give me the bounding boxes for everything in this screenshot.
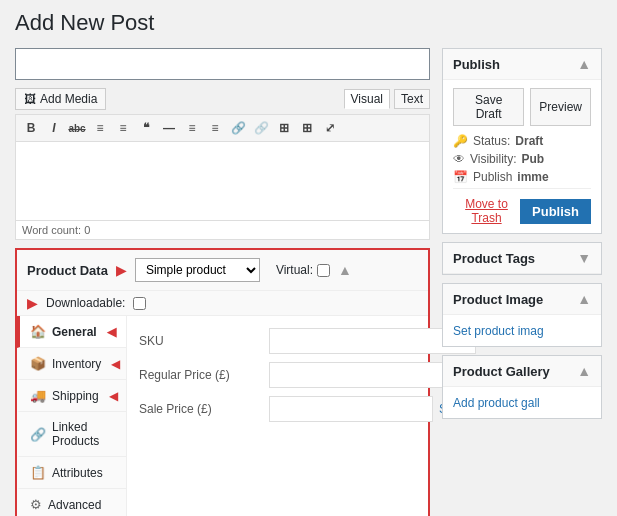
product-data-body: 🏠 General ◀ 📦 Inventory ◀ 🚚 Shipping: [17, 316, 428, 516]
visibility-icon: 👁: [453, 152, 465, 166]
move-to-trash-button[interactable]: Move to Trash: [453, 197, 520, 225]
tab-text[interactable]: Text: [394, 89, 430, 109]
italic-button[interactable]: I: [44, 118, 64, 138]
arrow-shipping: ◀: [109, 389, 118, 403]
inventory-icon: 📦: [30, 356, 46, 371]
unlink-button[interactable]: 🔗: [251, 118, 271, 138]
product-image-box: Product Image ▲ Set product imag: [442, 283, 602, 347]
grid-button[interactable]: ⊞: [297, 118, 317, 138]
publish-box-body: Save Draft Preview 🔑 Status: Draft 👁 Vis…: [443, 80, 601, 233]
hr-button[interactable]: —: [159, 118, 179, 138]
downloadable-row: ▶ Downloadable:: [17, 291, 428, 316]
publish-box: Publish ▲ Save Draft Preview 🔑 Status: D…: [442, 48, 602, 234]
add-media-icon: 🖼: [24, 92, 36, 106]
downloadable-checkbox[interactable]: [133, 297, 146, 310]
publish-time-value: imme: [517, 170, 548, 184]
calendar-icon: 📅: [453, 170, 468, 184]
regular-price-label: Regular Price (£): [139, 368, 269, 382]
advanced-icon: ⚙: [30, 497, 42, 512]
status-label: Status:: [473, 134, 510, 148]
tab-shipping[interactable]: 🚚 Shipping ◀: [17, 380, 126, 412]
add-media-label: Add Media: [40, 92, 97, 106]
virtual-checkbox[interactable]: [317, 264, 330, 277]
sku-row: SKU ?: [139, 328, 489, 354]
ol-button[interactable]: ≡: [113, 118, 133, 138]
preview-button[interactable]: Preview: [530, 88, 591, 126]
visibility-label: Visibility:: [470, 152, 516, 166]
save-draft-button[interactable]: Save Draft: [453, 88, 524, 126]
arrow-inventory: ◀: [111, 357, 120, 371]
publish-box-title: Publish: [453, 57, 500, 72]
product-gallery-header: Product Gallery ▲: [443, 356, 601, 387]
tab-advanced-label: Advanced: [48, 498, 101, 512]
add-product-gallery-link[interactable]: Add product gall: [453, 396, 540, 410]
add-media-button[interactable]: 🖼 Add Media: [15, 88, 106, 110]
product-gallery-title: Product Gallery: [453, 364, 550, 379]
sale-price-row: Sale Price (£) Schedule: [139, 396, 489, 422]
product-tabs: 🏠 General ◀ 📦 Inventory ◀ 🚚 Shipping: [17, 316, 127, 516]
tab-advanced[interactable]: ⚙ Advanced: [17, 489, 126, 516]
word-count: Word count: 0: [15, 221, 430, 240]
tab-visual[interactable]: Visual: [344, 89, 390, 109]
product-tags-box: Product Tags ▼: [442, 242, 602, 275]
status-value: Draft: [515, 134, 543, 148]
editor-view-tabs: Visual Text: [344, 89, 430, 109]
tab-attributes[interactable]: 📋 Attributes: [17, 457, 126, 489]
collapse-icon[interactable]: ▲: [338, 262, 352, 278]
product-tags-header: Product Tags ▼: [443, 243, 601, 274]
publish-footer: Move to Trash Publish: [453, 188, 591, 225]
fullscreen-button[interactable]: ⤢: [320, 118, 340, 138]
editor-toolbar-row: 🖼 Add Media Visual Text: [15, 88, 430, 110]
align-left-button[interactable]: ≡: [182, 118, 202, 138]
tab-general[interactable]: 🏠 General ◀: [17, 316, 126, 348]
product-gallery-toggle-icon[interactable]: ▲: [577, 363, 591, 379]
ul-button[interactable]: ≡: [90, 118, 110, 138]
product-tags-toggle-icon[interactable]: ▼: [577, 250, 591, 266]
page-title: Add New Post: [15, 10, 602, 36]
product-data-header: Product Data ▶ Simple product Variable p…: [17, 250, 428, 291]
tab-linked-products[interactable]: 🔗 Linked Products: [17, 412, 126, 457]
visibility-row: 👁 Visibility: Pub: [453, 152, 591, 166]
product-data-label: Product Data: [27, 263, 108, 278]
downloadable-label: Downloadable:: [46, 296, 125, 310]
table-button[interactable]: ⊞: [274, 118, 294, 138]
align-center-button[interactable]: ≡: [205, 118, 225, 138]
virtual-label: Virtual:: [276, 263, 313, 277]
publish-time-label: Publish: [473, 170, 512, 184]
tab-inventory-label: Inventory: [52, 357, 101, 371]
tab-linked-products-label: Linked Products: [52, 420, 116, 448]
product-image-toggle-icon[interactable]: ▲: [577, 291, 591, 307]
sku-label: SKU: [139, 334, 269, 348]
status-icon: 🔑: [453, 134, 468, 148]
publish-button[interactable]: Publish: [520, 199, 591, 224]
visibility-value: Pub: [521, 152, 544, 166]
tab-inventory[interactable]: 📦 Inventory ◀: [17, 348, 126, 380]
product-image-body: Set product imag: [443, 315, 601, 346]
content-area: 🖼 Add Media Visual Text B I abc ≡ ≡ ❝ — …: [15, 48, 430, 516]
general-icon: 🏠: [30, 324, 46, 339]
product-gallery-box: Product Gallery ▲ Add product gall: [442, 355, 602, 419]
post-title-input[interactable]: [15, 48, 430, 80]
link-button[interactable]: 🔗: [228, 118, 248, 138]
strikethrough-button[interactable]: abc: [67, 118, 87, 138]
arrow-indicator-2: ▶: [27, 295, 38, 311]
sale-price-input[interactable]: [269, 396, 433, 422]
publish-toggle-icon[interactable]: ▲: [577, 56, 591, 72]
blockquote-button[interactable]: ❝: [136, 118, 156, 138]
status-row: 🔑 Status: Draft: [453, 134, 591, 148]
editor-body[interactable]: [15, 141, 430, 221]
product-data-box: Product Data ▶ Simple product Variable p…: [15, 248, 430, 516]
product-type-select[interactable]: Simple product Variable product Grouped …: [135, 258, 260, 282]
set-product-image-link[interactable]: Set product imag: [453, 324, 544, 338]
attributes-icon: 📋: [30, 465, 46, 480]
bold-button[interactable]: B: [21, 118, 41, 138]
linked-products-icon: 🔗: [30, 427, 46, 442]
product-image-header: Product Image ▲: [443, 284, 601, 315]
regular-price-row: Regular Price (£): [139, 362, 489, 388]
shipping-icon: 🚚: [30, 388, 46, 403]
tab-attributes-label: Attributes: [52, 466, 103, 480]
tab-general-label: General: [52, 325, 97, 339]
product-image-title: Product Image: [453, 292, 543, 307]
virtual-row: Virtual:: [276, 263, 330, 277]
sidebar: Publish ▲ Save Draft Preview 🔑 Status: D…: [442, 48, 602, 419]
